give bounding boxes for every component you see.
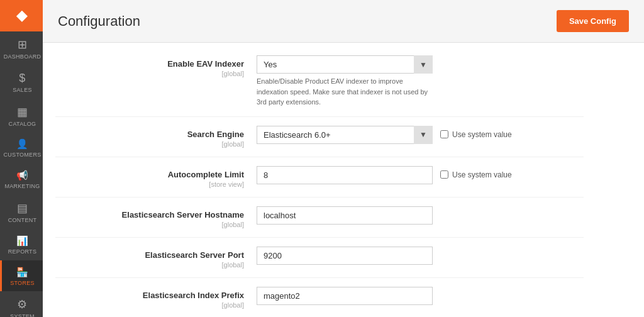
form-row-es-index-prefix: Elasticsearch Index Prefix [global]	[55, 287, 584, 318]
form-row-enable-eav-indexer: Enable EAV Indexer [global] Yes No ▼ Ena…	[55, 55, 584, 117]
sidebar-logo: ◆	[0, 0, 43, 31]
use-system-value-search-engine[interactable]: Use system value	[440, 126, 512, 139]
input-es-port[interactable]	[257, 247, 433, 265]
label-es-hostname: Elasticsearch Server Hostname	[55, 210, 244, 220]
sidebar-item-label: DASHBOARD	[4, 53, 42, 60]
label-group-es-index-prefix: Elasticsearch Index Prefix [global]	[55, 287, 257, 309]
sidebar-item-customers[interactable]: 👤 CUSTOMERS	[0, 132, 43, 164]
reports-icon: 📊	[16, 235, 28, 247]
sidebar-item-stores[interactable]: 🏪 STORES	[0, 260, 43, 292]
content-icon: ▤	[17, 201, 28, 215]
label-group-es-hostname: Elasticsearch Server Hostname [global]	[55, 206, 257, 228]
scope-es-hostname: [global]	[55, 221, 244, 228]
use-system-value-label: Use system value	[452, 130, 512, 139]
control-group-search-engine: Elasticsearch 6.0+ Elasticsearch 7.0+ My…	[257, 126, 584, 144]
control-group-es-index-prefix	[257, 287, 584, 305]
sidebar-item-dashboard[interactable]: ⊞ DASHBOARD	[0, 31, 43, 65]
system-icon: ⚙	[17, 298, 27, 311]
sidebar-item-label: SYSTEM	[10, 313, 35, 317]
control-group-autocomplete-limit: Use system value	[257, 166, 584, 184]
use-system-value-checkbox-search-engine[interactable]	[440, 130, 448, 138]
dashboard-icon: ⊞	[18, 38, 27, 52]
select-search-engine[interactable]: Elasticsearch 6.0+ Elasticsearch 7.0+ My…	[257, 126, 433, 144]
catalog-icon: ▦	[17, 105, 28, 119]
label-es-port: Elasticsearch Server Port	[55, 250, 244, 260]
sidebar-item-content[interactable]: ▤ CONTENT	[0, 195, 43, 229]
page-header: Configuration Save Config	[43, 0, 644, 43]
marketing-icon: 📢	[16, 170, 28, 181]
select-wrapper-enable-eav-indexer: Yes No ▼	[257, 55, 433, 74]
page-title: Configuration	[58, 13, 140, 30]
main-content: Configuration Save Config Enable EAV Ind…	[43, 0, 644, 317]
input-es-hostname[interactable]	[257, 206, 433, 225]
scope-es-port: [global]	[55, 261, 244, 269]
sidebar-item-catalog[interactable]: ▦ CATALOG	[0, 99, 43, 133]
scope-es-index-prefix: [global]	[55, 301, 244, 309]
scope-search-engine: [global]	[55, 140, 244, 148]
scope-autocomplete-limit: [store view]	[55, 181, 244, 188]
input-autocomplete-limit[interactable]	[257, 166, 433, 184]
label-autocomplete-limit: Autocomplete Limit	[55, 170, 244, 179]
label-es-index-prefix: Elasticsearch Index Prefix	[55, 291, 244, 300]
label-group-enable-eav-indexer: Enable EAV Indexer [global]	[55, 55, 257, 77]
use-system-value-label: Use system value	[452, 170, 512, 179]
save-config-button[interactable]: Save Config	[557, 10, 629, 32]
content-area: Enable EAV Indexer [global] Yes No ▼ Ena…	[43, 43, 644, 317]
sidebar-item-marketing[interactable]: 📢 MARKETING	[0, 164, 43, 195]
form-row-es-hostname: Elasticsearch Server Hostname [global]	[55, 206, 584, 238]
sidebar-item-reports[interactable]: 📊 REPORTS	[0, 229, 43, 260]
form-row-es-port: Elasticsearch Server Port [global]	[55, 247, 584, 278]
sidebar-item-label: REPORTS	[8, 248, 36, 255]
sidebar-item-label: CUSTOMERS	[3, 152, 41, 158]
sidebar-item-label: STORES	[10, 280, 35, 287]
control-stack-enable-eav-indexer: Yes No ▼ Enable/Disable Product EAV inde…	[257, 55, 433, 108]
sales-icon: $	[19, 72, 25, 85]
sidebar-item-label: CATALOG	[9, 121, 36, 128]
use-system-value-checkbox-autocomplete-limit[interactable]	[440, 170, 448, 179]
form-row-autocomplete-limit: Autocomplete Limit [store view] Use syst…	[55, 166, 584, 197]
label-group-es-port: Elasticsearch Server Port [global]	[55, 247, 257, 269]
select-enable-eav-indexer[interactable]: Yes No	[257, 55, 433, 74]
control-group-es-hostname	[257, 206, 584, 225]
label-group-autocomplete-limit: Autocomplete Limit [store view]	[55, 166, 257, 188]
sidebar-item-label: SALES	[13, 87, 32, 94]
label-group-search-engine: Search Engine [global]	[55, 126, 257, 148]
label-enable-eav-indexer: Enable EAV Indexer	[55, 59, 244, 69]
sidebar-item-sales[interactable]: $ SALES	[0, 65, 43, 99]
stores-icon: 🏪	[16, 267, 28, 278]
input-es-index-prefix[interactable]	[257, 287, 433, 305]
sidebar-item-label: MARKETING	[4, 183, 40, 190]
config-form: Enable EAV Indexer [global] Yes No ▼ Ena…	[43, 43, 609, 317]
logo-icon: ◆	[16, 8, 27, 24]
form-row-search-engine: Search Engine [global] Elasticsearch 6.0…	[55, 126, 584, 157]
hint-enable-eav-indexer: Enable/Disable Product EAV indexer to im…	[257, 76, 433, 108]
sidebar-item-label: CONTENT	[8, 217, 37, 224]
sidebar: ◆ ⊞ DASHBOARD $ SALES ▦ CATALOG 👤 CUSTOM…	[0, 0, 43, 317]
control-group-enable-eav-indexer: Yes No ▼ Enable/Disable Product EAV inde…	[257, 55, 584, 108]
sidebar-item-system[interactable]: ⚙ SYSTEM	[0, 291, 43, 317]
control-group-es-port	[257, 247, 584, 265]
label-search-engine: Search Engine	[55, 130, 244, 139]
select-wrapper-search-engine: Elasticsearch 6.0+ Elasticsearch 7.0+ My…	[257, 126, 433, 144]
use-system-value-autocomplete-limit[interactable]: Use system value	[440, 166, 512, 179]
customers-icon: 👤	[16, 138, 28, 150]
scope-enable-eav-indexer: [global]	[55, 70, 244, 77]
